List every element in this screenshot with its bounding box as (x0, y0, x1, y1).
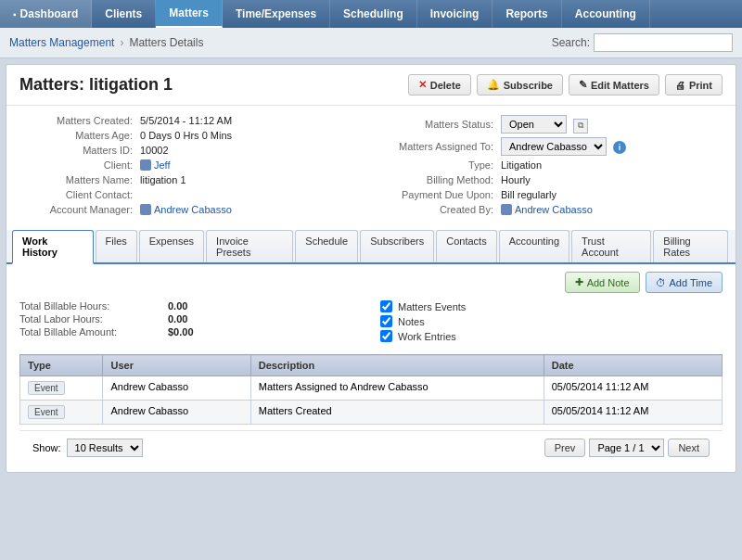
status-label: Matters Status: (380, 119, 501, 130)
action-buttons: ✕ Delete 🔔 Subscribe ✎ Edit Matters 🖨 Pr… (408, 74, 723, 95)
work-actions: ✚ Add Note ⏱ Add Time (19, 272, 723, 293)
delete-button[interactable]: ✕ Delete (408, 74, 471, 95)
id-row: Matters ID: 10002 (19, 145, 362, 156)
tab-files[interactable]: Files (96, 230, 137, 262)
row1-type: Event (20, 376, 103, 401)
details-left: Matters Created: 5/5/2014 - 11:12 AM Mat… (19, 115, 362, 219)
row2-description: Matters Created (250, 401, 544, 425)
work-entries-checkbox[interactable] (380, 330, 392, 342)
next-button[interactable]: Next (668, 439, 710, 457)
nav-matters[interactable]: Matters (156, 0, 223, 28)
copy-status-icon[interactable]: ⧉ (573, 119, 588, 134)
dashboard-icon: ▪ (13, 9, 17, 19)
tab-trust-account[interactable]: Trust Account (571, 230, 651, 262)
billable-amount-row: Total Billable Amount: $0.00 (19, 326, 362, 337)
results-per-page-select[interactable]: 10 Results 25 Results 50 Results (67, 439, 143, 457)
breadcrumb-parent[interactable]: Matters Management (9, 36, 114, 49)
payment-label: Payment Due Upon: (380, 189, 501, 200)
nav-dashboard[interactable]: ▪ Dashboard (0, 0, 92, 28)
notes-checkbox[interactable] (380, 315, 392, 327)
tab-contacts[interactable]: Contacts (436, 230, 496, 262)
add-note-button[interactable]: ✚ Add Note (565, 272, 640, 293)
tab-subscribers[interactable]: Subscribers (360, 230, 434, 262)
info-icon[interactable]: i (613, 141, 626, 154)
billable-hours-label: Total Billable Hours: (19, 300, 168, 312)
subscribe-icon: 🔔 (487, 79, 500, 91)
client-value[interactable]: Jeff (140, 159, 171, 171)
payment-value: Bill regularly (501, 189, 556, 200)
nav-invoicing[interactable]: Invoicing (417, 0, 493, 28)
page-select[interactable]: Page 1 / 1 (589, 439, 664, 457)
nav-reports[interactable]: Reports (493, 0, 561, 28)
id-label: Matters ID: (19, 145, 140, 156)
labor-hours-value: 0.00 (168, 313, 187, 325)
matters-events-label: Matters Events (398, 301, 466, 312)
row2-user: Andrew Cabasso (103, 401, 250, 425)
prev-button[interactable]: Prev (544, 439, 586, 457)
tabs-bar: Work History Files Expenses Invoice Pres… (6, 230, 736, 264)
tab-accounting[interactable]: Accounting (499, 230, 569, 262)
billing-label: Billing Method: (380, 174, 501, 185)
tab-billing-rates[interactable]: Billing Rates (653, 230, 728, 262)
nav-scheduling[interactable]: Scheduling (330, 0, 417, 28)
breadcrumb-bar: Matters Management › Matters Details Sea… (0, 28, 742, 58)
billable-amount-label: Total Billable Amount: (19, 326, 168, 337)
show-label: Show: (32, 442, 61, 453)
manager-value[interactable]: Andrew Cabasso (140, 204, 232, 215)
matter-name-row: Matters Name: litigation 1 (19, 174, 362, 185)
nav-clients[interactable]: Clients (92, 0, 156, 28)
tab-invoice-presets[interactable]: Invoice Presets (206, 230, 293, 262)
edit-matters-button[interactable]: ✎ Edit Matters (569, 74, 659, 95)
client-label: Client: (19, 159, 140, 171)
matter-name-value: litigation 1 (140, 174, 186, 185)
status-value: Open Closed Pending ⧉ (501, 115, 588, 134)
contact-row: Client Contact: (19, 189, 362, 200)
page-nav: Prev Page 1 / 1 Next (544, 439, 710, 457)
matters-events-checkbox[interactable] (380, 300, 392, 312)
client-row: Client: Jeff (19, 159, 362, 171)
billing-value: Hourly (501, 174, 531, 185)
tab-expenses[interactable]: Expenses (139, 230, 204, 262)
created-label: Matters Created: (19, 115, 140, 126)
nav-time-expenses[interactable]: Time/Expenses (223, 0, 330, 28)
search-input[interactable] (594, 33, 733, 52)
billable-amount-value: $0.00 (168, 326, 194, 337)
col-description: Description (250, 355, 544, 376)
col-type: Type (20, 355, 103, 376)
breadcrumb: Matters Management › Matters Details (9, 36, 203, 49)
contact-label: Client Contact: (19, 189, 140, 200)
print-button[interactable]: 🖨 Print (665, 74, 723, 95)
created-by-row: Created By: Andrew Cabasso (380, 204, 723, 215)
assigned-value: Andrew Cabasso i (501, 137, 626, 156)
assigned-select[interactable]: Andrew Cabasso (501, 137, 607, 156)
add-time-icon: ⏱ (656, 277, 666, 288)
manager-row: Account Manager: Andrew Cabasso (19, 204, 362, 215)
client-user-icon (140, 159, 151, 171)
type-label: Type: (380, 159, 501, 171)
subscribe-button[interactable]: 🔔 Subscribe (477, 74, 563, 95)
delete-icon: ✕ (418, 79, 427, 91)
notes-row: Notes (380, 315, 723, 327)
tab-schedule[interactable]: Schedule (295, 230, 358, 262)
row1-date: 05/05/2014 11:12 AM (544, 376, 722, 401)
edit-icon: ✎ (579, 79, 587, 91)
payment-row: Payment Due Upon: Bill regularly (380, 189, 723, 200)
created-by-value[interactable]: Andrew Cabasso (501, 204, 593, 215)
type-value: Litigation (501, 159, 542, 171)
age-value: 0 Days 0 Hrs 0 Mins (140, 130, 232, 141)
billing-row: Billing Method: Hourly (380, 174, 723, 185)
add-time-button[interactable]: ⏱ Add Time (646, 272, 723, 293)
type-row: Type: Litigation (380, 159, 723, 171)
pagination-bar: Show: 10 Results 25 Results 50 Results P… (19, 430, 723, 465)
totals-checks: Total Billable Hours: 0.00 Total Labor H… (19, 300, 723, 345)
details-section: Matters Created: 5/5/2014 - 11:12 AM Mat… (6, 106, 736, 224)
work-area: ✚ Add Note ⏱ Add Time Total Billable Hou… (6, 264, 736, 472)
add-note-icon: ✚ (575, 276, 583, 288)
tab-work-history[interactable]: Work History (12, 230, 94, 264)
labor-hours-row: Total Labor Hours: 0.00 (19, 313, 362, 325)
row2-type: Event (20, 401, 103, 425)
nav-accounting[interactable]: Accounting (562, 0, 650, 28)
age-label: Matters Age: (19, 130, 140, 141)
matters-events-row: Matters Events (380, 300, 723, 312)
status-select[interactable]: Open Closed Pending (501, 115, 567, 134)
